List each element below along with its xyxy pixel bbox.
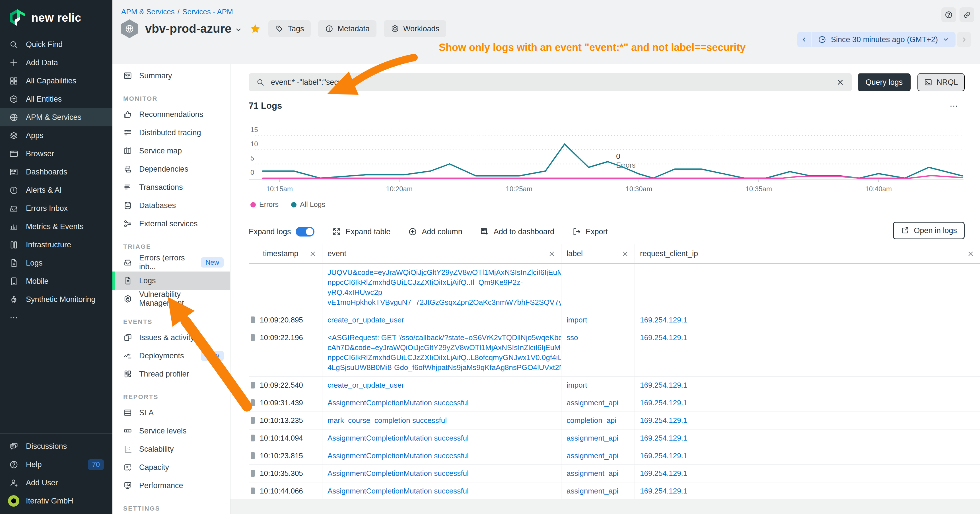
event-link[interactable]: AssignmentCompletionMutation successful <box>328 398 469 408</box>
event-link[interactable]: JUQVU&code=eyJraWQiOiJjcGltY29yZV8wOTl1M… <box>328 267 561 307</box>
subnav-item-performance[interactable]: Performance <box>112 476 230 495</box>
label-link[interactable]: completion_api <box>566 415 616 425</box>
event-link[interactable]: AssignmentCompletionMutation successful <box>328 433 469 443</box>
expand-logs-toggle[interactable]: Expand logs <box>249 227 315 237</box>
ip-link[interactable]: 169.254.129.1 <box>640 333 687 343</box>
column-header-request-client-ip[interactable]: request_client_ip <box>635 244 980 263</box>
table-row[interactable]: 10:09:31.439 AssignmentCompletionMutatio… <box>249 394 980 412</box>
ip-link[interactable]: 169.254.129.1 <box>640 315 687 325</box>
time-back-button[interactable] <box>797 32 811 47</box>
label-link[interactable]: import <box>566 380 587 390</box>
label-link[interactable]: assignment_api <box>566 451 618 461</box>
entity-name[interactable]: vbv-prod-azure <box>145 22 231 36</box>
event-link[interactable]: AssignmentCompletionMutation successful <box>328 451 469 461</box>
sidebar-item-metrics-events[interactable]: Metrics & Events <box>0 218 112 236</box>
remove-column-icon[interactable] <box>622 250 629 258</box>
sidebar-item-infrastructure[interactable]: Infrastructure <box>0 236 112 254</box>
sidebar-item-iterativ-gmbh[interactable]: Iterativ GmbH <box>0 492 112 510</box>
ip-link[interactable]: 169.254.129.1 <box>640 451 687 461</box>
toolbar-export-button[interactable]: Export <box>572 227 608 236</box>
sidebar-item-add-user[interactable]: Add User <box>0 474 112 492</box>
label-link[interactable]: assignment_api <box>566 486 618 496</box>
label-link[interactable]: import <box>566 315 587 325</box>
sidebar-item-logs[interactable]: Logs <box>0 254 112 272</box>
time-forward-button[interactable] <box>957 32 971 47</box>
chart-options-icon[interactable] <box>948 101 960 111</box>
ip-link[interactable]: 169.254.129.1 <box>640 468 687 478</box>
help-button[interactable] <box>941 7 956 22</box>
remove-column-icon[interactable] <box>967 250 974 258</box>
sidebar-item-discussions[interactable]: Discussions <box>0 437 112 455</box>
column-header-timestamp[interactable]: timestamp <box>249 244 322 263</box>
time-range-button[interactable]: Since 30 minutes ago (GMT+2) <box>811 32 956 47</box>
sidebar-item-apm-services[interactable]: APM & Services <box>0 108 112 126</box>
subnav-item-vulnerability-management[interactable]: Vulnerability Management <box>112 290 230 308</box>
table-row[interactable]: 10:09:22.540 create_or_update_user impor… <box>249 377 980 394</box>
sidebar-item-quick-find[interactable]: Quick Find <box>0 35 112 54</box>
remove-column-icon[interactable] <box>309 250 317 258</box>
column-header-event[interactable]: event <box>322 244 561 263</box>
toolbar-expand-table-button[interactable]: Expand table <box>332 227 391 236</box>
tags-button[interactable]: Tags <box>268 20 311 37</box>
legend-errors[interactable]: Errors <box>250 201 278 208</box>
sidebar-item-dashboards[interactable]: Dashboards <box>0 163 112 181</box>
sidebar-item-item[interactable] <box>0 309 112 327</box>
query-logs-button[interactable]: Query logs <box>858 73 910 91</box>
ip-link[interactable]: 169.254.129.1 <box>640 486 687 496</box>
breadcrumb-apm-services[interactable]: APM & Services <box>121 7 175 16</box>
nrql-button[interactable]: NRQL <box>917 73 965 91</box>
sidebar-item-alerts-ai[interactable]: Alerts & AI <box>0 181 112 199</box>
subnav-item-deployments[interactable]: Deployments New <box>112 347 230 365</box>
sidebar-item-errors-inbox[interactable]: Errors Inbox <box>0 199 112 218</box>
sidebar-item-add-data[interactable]: Add Data <box>0 54 112 72</box>
table-row[interactable]: JUQVU&code=eyJraWQiOiJjcGltY29yZV8wOTl1M… <box>249 264 980 311</box>
open-in-logs-button[interactable]: Open in logs <box>893 222 965 239</box>
toggle-on[interactable] <box>296 227 315 237</box>
entity-chevron-down-icon[interactable] <box>235 26 242 33</box>
sidebar-item-browser[interactable]: Browser <box>0 145 112 163</box>
event-link[interactable]: create_or_update_user <box>328 380 404 390</box>
ip-link[interactable]: 169.254.129.1 <box>640 380 687 390</box>
subnav-item-sla[interactable]: SLA <box>112 404 230 422</box>
subnav-item-service-levels[interactable]: Service levels <box>112 422 230 440</box>
subnav-item-databases[interactable]: Databases <box>112 196 230 215</box>
table-row[interactable]: 10:10:44.066 AssignmentCompletionMutatio… <box>249 482 980 500</box>
subnav-item-service-map[interactable]: Service map <box>112 142 230 160</box>
subnav-item-scalability[interactable]: Scalability <box>112 440 230 458</box>
table-row[interactable]: 10:10:35.305 AssignmentCompletionMutatio… <box>249 465 980 482</box>
event-link[interactable]: mark_course_completion successful <box>328 415 447 425</box>
table-row[interactable]: 10:09:22.196 <ASGIRequest: GET '/sso/cal… <box>249 329 980 377</box>
sidebar-item-apps[interactable]: Apps <box>0 126 112 145</box>
label-link[interactable]: assignment_api <box>566 433 618 443</box>
event-link[interactable]: <ASGIRequest: GET '/sso/callback/?state=… <box>328 333 561 372</box>
subnav-item-capacity[interactable]: Capacity <box>112 458 230 476</box>
sidebar-item-all-entities[interactable]: All Entities <box>0 90 112 108</box>
label-link[interactable]: sso <box>566 333 578 343</box>
table-row[interactable]: 10:10:14.094 AssignmentCompletionMutatio… <box>249 430 980 447</box>
subnav-item-dependencies[interactable]: Dependencies <box>112 160 230 178</box>
subnav-item-distributed-tracing[interactable]: Distributed tracing <box>112 124 230 142</box>
subnav-item-transactions[interactable]: Transactions <box>112 178 230 196</box>
event-link[interactable]: AssignmentCompletionMutation successful <box>328 486 469 496</box>
subnav-item-thread-profiler[interactable]: Thread profiler <box>112 365 230 383</box>
toolbar-add-to-dashboard-button[interactable]: Add to dashboard <box>480 227 554 236</box>
subnav-item-external-services[interactable]: External services <box>112 215 230 233</box>
table-row[interactable]: 10:10:23.815 AssignmentCompletionMutatio… <box>249 447 980 465</box>
workloads-button[interactable]: Workloads <box>384 20 446 37</box>
label-link[interactable]: assignment_api <box>566 468 618 478</box>
column-header-label[interactable]: label <box>561 244 635 263</box>
logo[interactable]: new relic <box>0 0 112 28</box>
label-link[interactable]: assignment_api <box>566 398 618 408</box>
favorite-star-icon[interactable] <box>250 23 261 35</box>
sidebar-item-mobile[interactable]: Mobile <box>0 272 112 290</box>
breadcrumb-services-apm[interactable]: Services - APM <box>182 7 233 16</box>
ip-link[interactable]: 169.254.129.1 <box>640 415 687 425</box>
subnav-item-recommendations[interactable]: Recommendations <box>112 105 230 124</box>
event-link[interactable]: create_or_update_user <box>328 315 404 325</box>
permalink-button[interactable] <box>959 7 974 22</box>
event-link[interactable]: AssignmentCompletionMutation successful <box>328 468 469 478</box>
table-row[interactable]: 10:10:13.235 mark_course_completion succ… <box>249 412 980 430</box>
log-query-input[interactable] <box>270 78 836 87</box>
clear-query-icon[interactable] <box>836 78 845 86</box>
legend-all-logs[interactable]: All Logs <box>291 201 325 208</box>
